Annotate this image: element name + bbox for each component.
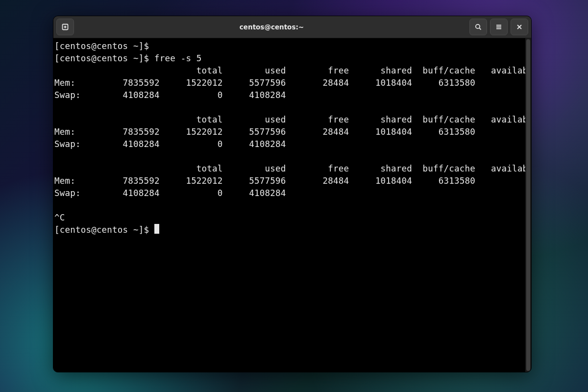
terminal-cursor xyxy=(154,224,159,234)
svg-line-4 xyxy=(479,28,481,29)
search-icon xyxy=(474,23,482,31)
desktop-wallpaper: centos@centos:~ xyxy=(0,0,588,392)
close-button[interactable] xyxy=(511,19,528,35)
menu-button[interactable] xyxy=(490,19,508,35)
new-tab-button[interactable] xyxy=(56,19,74,35)
window-titlebar[interactable]: centos@centos:~ xyxy=(53,16,531,38)
search-button[interactable] xyxy=(469,19,487,35)
terminal-window: centos@centos:~ xyxy=(53,16,532,372)
terminal-output[interactable]: [centos@centos ~]$ [centos@centos ~]$ fr… xyxy=(53,38,525,372)
window-title: centos@centos:~ xyxy=(77,23,466,31)
terminal-scrollbar[interactable] xyxy=(525,38,531,372)
new-tab-icon xyxy=(61,23,69,31)
hamburger-icon xyxy=(495,23,503,31)
scrollbar-thumb[interactable] xyxy=(526,39,530,371)
close-icon xyxy=(515,23,523,31)
terminal-body[interactable]: [centos@centos ~]$ [centos@centos ~]$ fr… xyxy=(53,38,531,372)
svg-point-3 xyxy=(476,24,480,28)
